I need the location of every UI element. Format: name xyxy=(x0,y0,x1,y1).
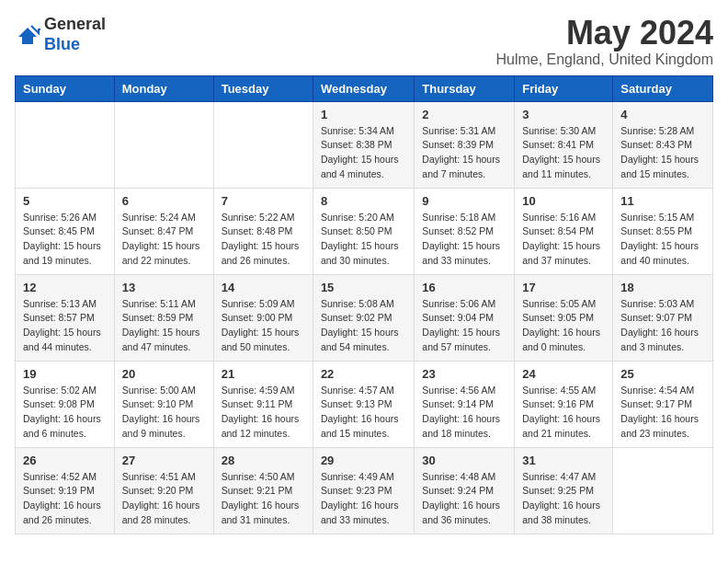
day-number: 7 xyxy=(222,194,305,208)
day-number: 24 xyxy=(522,367,605,381)
calendar-cell: 21Sunrise: 4:59 AM Sunset: 9:11 PM Dayli… xyxy=(213,361,313,447)
day-info: Sunrise: 5:11 AM Sunset: 8:59 PM Dayligh… xyxy=(122,297,206,355)
week-row: 5Sunrise: 5:26 AM Sunset: 8:45 PM Daylig… xyxy=(16,188,713,274)
day-number: 10 xyxy=(522,194,605,208)
calendar-cell: 30Sunrise: 4:48 AM Sunset: 9:24 PM Dayli… xyxy=(415,447,515,534)
day-number: 19 xyxy=(23,367,107,381)
calendar-cell: 28Sunrise: 4:50 AM Sunset: 9:21 PM Dayli… xyxy=(213,447,313,534)
day-number: 29 xyxy=(321,454,406,467)
day-number: 27 xyxy=(122,454,206,467)
day-number: 25 xyxy=(620,367,705,381)
week-row: 12Sunrise: 5:13 AM Sunset: 8:57 PM Dayli… xyxy=(16,274,713,361)
day-number: 17 xyxy=(522,281,605,294)
day-info: Sunrise: 4:49 AM Sunset: 9:23 PM Dayligh… xyxy=(321,470,406,528)
day-number: 16 xyxy=(422,281,506,294)
title-block: May 2024 Hulme, England, United Kingdom xyxy=(495,15,713,68)
calendar-cell: 17Sunrise: 5:05 AM Sunset: 9:05 PM Dayli… xyxy=(515,274,613,361)
day-info: Sunrise: 5:09 AM Sunset: 9:00 PM Dayligh… xyxy=(222,297,305,355)
calendar-cell: 22Sunrise: 4:57 AM Sunset: 9:13 PM Dayli… xyxy=(313,361,414,447)
column-header-thursday: Thursday xyxy=(415,75,515,101)
calendar-cell: 10Sunrise: 5:16 AM Sunset: 8:54 PM Dayli… xyxy=(515,188,613,274)
calendar-cell: 31Sunrise: 4:47 AM Sunset: 9:25 PM Dayli… xyxy=(515,447,613,534)
day-info: Sunrise: 5:34 AM Sunset: 8:38 PM Dayligh… xyxy=(321,124,406,182)
day-info: Sunrise: 4:59 AM Sunset: 9:11 PM Dayligh… xyxy=(222,384,305,442)
day-number: 3 xyxy=(522,108,605,121)
day-info: Sunrise: 5:18 AM Sunset: 8:52 PM Dayligh… xyxy=(422,211,506,269)
column-header-friday: Friday xyxy=(515,75,613,101)
calendar-cell: 12Sunrise: 5:13 AM Sunset: 8:57 PM Dayli… xyxy=(16,274,115,361)
calendar-cell: 13Sunrise: 5:11 AM Sunset: 8:59 PM Dayli… xyxy=(114,274,213,361)
logo-blue-text: Blue xyxy=(44,35,80,53)
calendar-cell: 29Sunrise: 4:49 AM Sunset: 9:23 PM Dayli… xyxy=(313,447,414,534)
logo: General Blue xyxy=(15,15,106,54)
day-number: 21 xyxy=(222,367,305,381)
day-number: 20 xyxy=(122,367,206,381)
calendar-cell: 25Sunrise: 4:54 AM Sunset: 9:17 PM Dayli… xyxy=(613,361,713,447)
day-info: Sunrise: 4:50 AM Sunset: 9:21 PM Dayligh… xyxy=(222,470,305,528)
header-row: SundayMondayTuesdayWednesdayThursdayFrid… xyxy=(16,75,713,101)
day-info: Sunrise: 5:20 AM Sunset: 8:50 PM Dayligh… xyxy=(321,211,406,269)
day-number: 6 xyxy=(122,194,206,208)
column-header-sunday: Sunday xyxy=(16,75,115,101)
page-header: General Blue May 2024 Hulme, England, Un… xyxy=(15,15,713,68)
day-number: 14 xyxy=(222,281,305,294)
day-info: Sunrise: 4:52 AM Sunset: 9:19 PM Dayligh… xyxy=(23,470,107,528)
day-info: Sunrise: 5:30 AM Sunset: 8:41 PM Dayligh… xyxy=(522,124,605,182)
column-header-saturday: Saturday xyxy=(613,75,713,101)
calendar-cell: 2Sunrise: 5:31 AM Sunset: 8:39 PM Daylig… xyxy=(415,101,515,188)
day-number: 31 xyxy=(522,454,605,467)
logo-general-text: General xyxy=(44,15,106,33)
calendar-cell: 19Sunrise: 5:02 AM Sunset: 9:08 PM Dayli… xyxy=(16,361,115,447)
day-info: Sunrise: 5:06 AM Sunset: 9:04 PM Dayligh… xyxy=(422,297,506,355)
day-info: Sunrise: 5:03 AM Sunset: 9:07 PM Dayligh… xyxy=(620,297,705,355)
column-header-tuesday: Tuesday xyxy=(213,75,313,101)
day-info: Sunrise: 4:54 AM Sunset: 9:17 PM Dayligh… xyxy=(620,384,705,442)
day-number: 11 xyxy=(620,194,705,208)
column-header-monday: Monday xyxy=(114,75,213,101)
day-number: 15 xyxy=(321,281,406,294)
calendar-cell: 9Sunrise: 5:18 AM Sunset: 8:52 PM Daylig… xyxy=(415,188,515,274)
calendar-table: SundayMondayTuesdayWednesdayThursdayFrid… xyxy=(15,75,713,534)
calendar-cell: 24Sunrise: 4:55 AM Sunset: 9:16 PM Dayli… xyxy=(515,361,613,447)
calendar-cell: 1Sunrise: 5:34 AM Sunset: 8:38 PM Daylig… xyxy=(313,101,414,188)
calendar-cell: 27Sunrise: 4:51 AM Sunset: 9:20 PM Dayli… xyxy=(114,447,213,534)
day-info: Sunrise: 5:16 AM Sunset: 8:54 PM Dayligh… xyxy=(522,211,605,269)
day-info: Sunrise: 4:57 AM Sunset: 9:13 PM Dayligh… xyxy=(321,384,406,442)
calendar-cell xyxy=(213,101,313,188)
calendar-cell: 18Sunrise: 5:03 AM Sunset: 9:07 PM Dayli… xyxy=(613,274,713,361)
calendar-cell: 6Sunrise: 5:24 AM Sunset: 8:47 PM Daylig… xyxy=(114,188,213,274)
day-info: Sunrise: 5:08 AM Sunset: 9:02 PM Dayligh… xyxy=(321,297,406,355)
calendar-cell xyxy=(16,101,115,188)
week-row: 19Sunrise: 5:02 AM Sunset: 9:08 PM Dayli… xyxy=(16,361,713,447)
calendar-cell: 5Sunrise: 5:26 AM Sunset: 8:45 PM Daylig… xyxy=(16,188,115,274)
day-info: Sunrise: 4:48 AM Sunset: 9:24 PM Dayligh… xyxy=(422,470,506,528)
day-info: Sunrise: 5:26 AM Sunset: 8:45 PM Dayligh… xyxy=(23,211,107,269)
day-info: Sunrise: 5:15 AM Sunset: 8:55 PM Dayligh… xyxy=(620,211,705,269)
day-info: Sunrise: 5:02 AM Sunset: 9:08 PM Dayligh… xyxy=(23,384,107,442)
day-number: 30 xyxy=(422,454,506,467)
day-info: Sunrise: 5:13 AM Sunset: 8:57 PM Dayligh… xyxy=(23,297,107,355)
day-info: Sunrise: 5:28 AM Sunset: 8:43 PM Dayligh… xyxy=(620,124,705,182)
day-number: 2 xyxy=(422,108,506,121)
day-number: 23 xyxy=(422,367,506,381)
day-info: Sunrise: 4:56 AM Sunset: 9:14 PM Dayligh… xyxy=(422,384,506,442)
calendar-cell: 26Sunrise: 4:52 AM Sunset: 9:19 PM Dayli… xyxy=(16,447,115,534)
day-info: Sunrise: 4:51 AM Sunset: 9:20 PM Dayligh… xyxy=(122,470,206,528)
day-number: 8 xyxy=(321,194,406,208)
calendar-cell: 20Sunrise: 5:00 AM Sunset: 9:10 PM Dayli… xyxy=(114,361,213,447)
day-number: 1 xyxy=(321,108,406,121)
calendar-cell: 23Sunrise: 4:56 AM Sunset: 9:14 PM Dayli… xyxy=(415,361,515,447)
day-number: 13 xyxy=(122,281,206,294)
calendar-cell: 8Sunrise: 5:20 AM Sunset: 8:50 PM Daylig… xyxy=(313,188,414,274)
calendar-cell: 4Sunrise: 5:28 AM Sunset: 8:43 PM Daylig… xyxy=(613,101,713,188)
day-info: Sunrise: 4:55 AM Sunset: 9:16 PM Dayligh… xyxy=(522,384,605,442)
calendar-cell: 3Sunrise: 5:30 AM Sunset: 8:41 PM Daylig… xyxy=(515,101,613,188)
calendar-cell: 7Sunrise: 5:22 AM Sunset: 8:48 PM Daylig… xyxy=(213,188,313,274)
week-row: 1Sunrise: 5:34 AM Sunset: 8:38 PM Daylig… xyxy=(16,101,713,188)
day-info: Sunrise: 4:47 AM Sunset: 9:25 PM Dayligh… xyxy=(522,470,605,528)
day-number: 18 xyxy=(620,281,705,294)
calendar-cell xyxy=(613,447,713,534)
calendar-cell: 14Sunrise: 5:09 AM Sunset: 9:00 PM Dayli… xyxy=(213,274,313,361)
calendar-cell: 11Sunrise: 5:15 AM Sunset: 8:55 PM Dayli… xyxy=(613,188,713,274)
week-row: 26Sunrise: 4:52 AM Sunset: 9:19 PM Dayli… xyxy=(16,447,713,534)
